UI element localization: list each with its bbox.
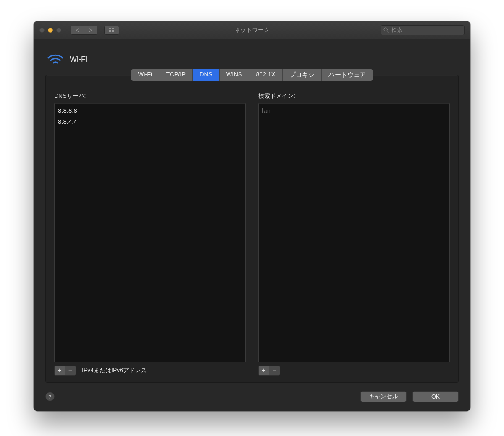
dns-servers-column: DNSサーバ: 8.8.8.8 8.8.4.4 + − IPv4またはIPv6ア… (54, 92, 246, 376)
dns-address-hint: IPv4またはIPv6アドレス (82, 367, 147, 374)
search-domains-footer: + − (258, 366, 450, 376)
svg-line-1 (387, 31, 388, 32)
dns-servers-label: DNSサーバ: (54, 92, 246, 100)
nav-buttons (71, 26, 97, 35)
search-input[interactable] (391, 27, 462, 33)
tab-hardware[interactable]: ハードウェア (322, 69, 373, 81)
back-button[interactable] (71, 26, 84, 35)
add-search-domain-button[interactable]: + (258, 366, 269, 376)
close-window-icon[interactable] (39, 28, 45, 33)
add-dns-server-button[interactable]: + (54, 366, 65, 376)
window-controls (39, 28, 61, 33)
body: Wi-Fi Wi-Fi TCP/IP DNS WINS 802.1X プロキシ … (34, 39, 470, 411)
dns-servers-list[interactable]: 8.8.8.8 8.8.4.4 (54, 103, 246, 362)
interface-header: Wi-Fi (47, 53, 459, 65)
footer: ? キャンセル OK (45, 391, 459, 402)
grid-icon (109, 28, 115, 32)
show-all-preferences-button[interactable] (104, 26, 119, 35)
tab-dns[interactable]: DNS (193, 69, 220, 81)
interface-name: Wi-Fi (70, 55, 87, 64)
remove-search-domain-button[interactable]: − (269, 366, 280, 376)
zoom-window-icon[interactable] (56, 28, 61, 33)
search-icon (383, 27, 389, 33)
search-field[interactable] (381, 25, 465, 35)
forward-button[interactable] (84, 26, 97, 35)
search-domains-list[interactable]: lan (258, 103, 450, 362)
network-preferences-window: ネットワーク Wi-Fi Wi-Fi TCP/IP DNS (34, 21, 470, 411)
tab-tcpip[interactable]: TCP/IP (159, 69, 193, 81)
tab-wins[interactable]: WINS (220, 69, 249, 81)
cancel-button[interactable]: キャンセル (360, 391, 407, 402)
wifi-icon (47, 53, 64, 65)
tab-wifi[interactable]: Wi-Fi (131, 69, 159, 81)
ok-button[interactable]: OK (412, 391, 459, 402)
titlebar: ネットワーク (34, 21, 470, 39)
search-domains-column: 検索ドメイン: lan + − (258, 92, 450, 376)
tab-bar: Wi-Fi TCP/IP DNS WINS 802.1X プロキシ ハードウェア (54, 69, 450, 81)
dns-server-row[interactable]: 8.8.4.4 (58, 116, 242, 127)
dns-server-row[interactable]: 8.8.8.8 (58, 105, 242, 116)
minimize-window-icon[interactable] (48, 28, 53, 33)
tab-8021x[interactable]: 802.1X (249, 69, 283, 81)
settings-panel: Wi-Fi TCP/IP DNS WINS 802.1X プロキシ ハードウェア… (45, 75, 459, 383)
dns-columns: DNSサーバ: 8.8.8.8 8.8.4.4 + − IPv4またはIPv6ア… (54, 92, 450, 376)
search-domains-label: 検索ドメイン: (258, 92, 450, 100)
search-domain-row[interactable]: lan (262, 105, 446, 116)
help-button[interactable]: ? (45, 392, 55, 401)
dns-servers-footer: + − IPv4またはIPv6アドレス (54, 366, 246, 376)
tab-proxies[interactable]: プロキシ (283, 69, 322, 81)
window-title: ネットワーク (234, 26, 270, 34)
remove-dns-server-button[interactable]: − (65, 366, 76, 376)
